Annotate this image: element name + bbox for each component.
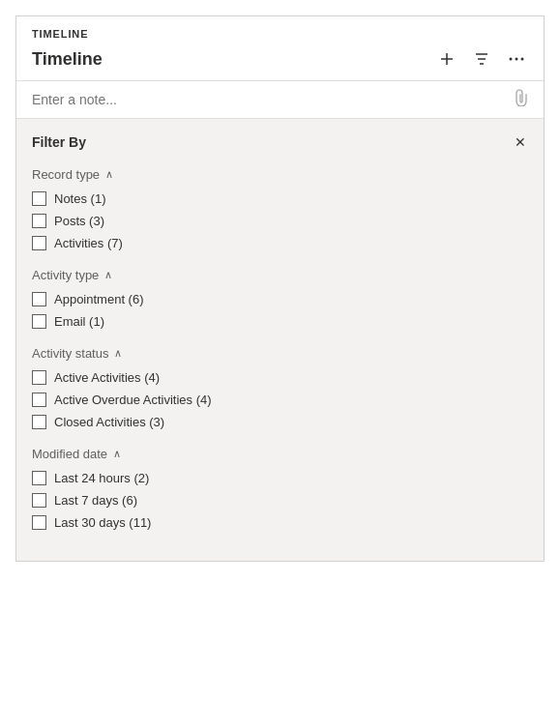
add-button[interactable] bbox=[435, 47, 458, 71]
checkbox-appointment[interactable]: Appointment (6) bbox=[32, 292, 528, 306]
checkbox-closed-activities[interactable]: Closed Activities (3) bbox=[32, 415, 528, 429]
filter-button[interactable] bbox=[470, 47, 493, 71]
checkbox-closed-activities-input[interactable] bbox=[32, 415, 46, 429]
filter-section-activity-status: Activity status ∧ Active Activities (4) … bbox=[32, 346, 528, 429]
chevron-activity-type: ∧ bbox=[104, 269, 112, 281]
chevron-activity-status: ∧ bbox=[114, 347, 122, 360]
checkbox-notes[interactable]: Notes (1) bbox=[32, 191, 528, 206]
filter-header: Filter By ✕ bbox=[32, 132, 528, 152]
checkbox-last-24h-input[interactable] bbox=[32, 471, 46, 485]
checkbox-activities-input[interactable] bbox=[32, 236, 46, 250]
filter-title: Filter By bbox=[32, 134, 86, 150]
svg-point-1 bbox=[516, 58, 518, 61]
section-label-activity-status: Activity status ∧ bbox=[32, 346, 528, 361]
header-row: Timeline bbox=[16, 44, 544, 81]
filter-section-record-type: Record type ∧ Notes (1) Posts (3) Activi… bbox=[32, 167, 528, 250]
checkbox-active-activities[interactable]: Active Activities (4) bbox=[32, 370, 528, 385]
checkbox-last-30d-input[interactable] bbox=[32, 515, 46, 530]
svg-point-0 bbox=[510, 58, 513, 61]
close-filter-button[interactable]: ✕ bbox=[513, 132, 528, 152]
checkbox-email[interactable]: Email (1) bbox=[32, 314, 528, 329]
checkbox-last-30d[interactable]: Last 30 days (11) bbox=[32, 515, 528, 530]
filter-panel: Filter By ✕ Record type ∧ Notes (1) Post… bbox=[16, 119, 544, 561]
more-options-button[interactable] bbox=[505, 53, 528, 65]
checkbox-active-activities-input[interactable] bbox=[32, 370, 46, 385]
checkbox-activities[interactable]: Activities (7) bbox=[32, 236, 528, 250]
checkbox-posts[interactable]: Posts (3) bbox=[32, 214, 528, 228]
checkbox-email-input[interactable] bbox=[32, 314, 46, 329]
attach-icon[interactable] bbox=[515, 89, 528, 110]
checkbox-posts-input[interactable] bbox=[32, 214, 46, 228]
checkbox-active-overdue-activities[interactable]: Active Overdue Activities (4) bbox=[32, 393, 528, 407]
section-label-record-type: Record type ∧ bbox=[32, 167, 528, 182]
header-icons bbox=[435, 47, 528, 71]
checkbox-last-24h[interactable]: Last 24 hours (2) bbox=[32, 471, 528, 485]
chevron-record-type: ∧ bbox=[105, 168, 113, 181]
checkbox-notes-input[interactable] bbox=[32, 191, 46, 206]
app-title: TIMELINE bbox=[16, 16, 544, 44]
note-row bbox=[16, 81, 544, 119]
checkbox-last-7d-input[interactable] bbox=[32, 493, 46, 508]
section-label-modified-date: Modified date ∧ bbox=[32, 447, 528, 461]
section-label-activity-type: Activity type ∧ bbox=[32, 268, 528, 282]
filter-section-modified-date: Modified date ∧ Last 24 hours (2) Last 7… bbox=[32, 447, 528, 530]
note-input[interactable] bbox=[32, 92, 515, 107]
filter-section-activity-type: Activity type ∧ Appointment (6) Email (1… bbox=[32, 268, 528, 329]
svg-point-2 bbox=[521, 58, 524, 61]
timeline-window: TIMELINE Timeline bbox=[15, 15, 545, 562]
checkbox-active-overdue-input[interactable] bbox=[32, 393, 46, 407]
checkbox-appointment-input[interactable] bbox=[32, 292, 46, 306]
page-title: Timeline bbox=[32, 49, 103, 70]
checkbox-last-7d[interactable]: Last 7 days (6) bbox=[32, 493, 528, 508]
chevron-modified-date: ∧ bbox=[113, 448, 121, 460]
